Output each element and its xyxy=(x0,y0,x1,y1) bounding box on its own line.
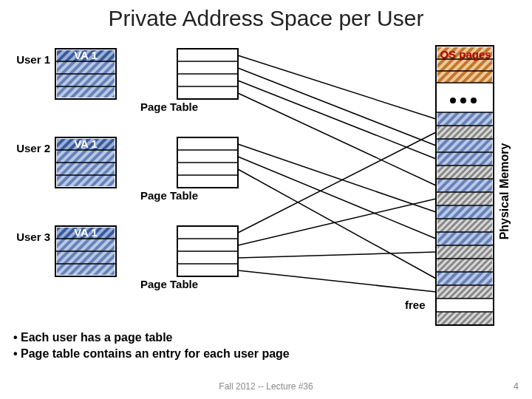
user-label-2: User 2 xyxy=(6,142,50,154)
svg-line-78 xyxy=(238,55,436,119)
page-table-label-1: Page Table xyxy=(140,100,198,113)
svg-line-85 xyxy=(238,132,436,233)
user-label-3: User 3 xyxy=(6,231,50,243)
svg-rect-22 xyxy=(437,166,492,179)
svg-rect-67 xyxy=(177,137,238,188)
va-label-3: VA 1 xyxy=(56,226,115,239)
page-table-label-3: Page Table xyxy=(140,278,198,290)
physical-memory-label: Physical Memory xyxy=(498,143,511,240)
os-pages-label: OS pages xyxy=(439,49,492,61)
page-number: 4 xyxy=(514,381,519,392)
va-label-1: VA 1 xyxy=(56,49,115,61)
slide-title: Private Address Space per User xyxy=(0,6,532,31)
svg-rect-29 xyxy=(437,259,492,272)
svg-line-84 xyxy=(238,169,436,279)
svg-rect-24 xyxy=(437,192,492,205)
svg-rect-18 xyxy=(437,112,492,126)
svg-rect-26 xyxy=(437,219,492,232)
svg-rect-27 xyxy=(437,232,492,245)
ellipsis-dots xyxy=(448,93,479,106)
svg-line-81 xyxy=(238,93,436,185)
va-label-2: VA 1 xyxy=(56,137,115,150)
svg-rect-34 xyxy=(436,46,494,325)
svg-rect-32 xyxy=(437,299,492,312)
bullet-1: • Each user has a page table xyxy=(13,330,290,346)
svg-rect-31 xyxy=(437,285,492,299)
svg-rect-28 xyxy=(437,245,492,259)
svg-rect-33 xyxy=(437,312,492,325)
svg-rect-11 xyxy=(57,151,115,186)
svg-line-88 xyxy=(238,270,436,292)
bullet-list: • Each user has a page table • Page tabl… xyxy=(13,330,290,361)
svg-line-79 xyxy=(238,68,436,146)
svg-line-82 xyxy=(238,144,436,212)
svg-rect-66 xyxy=(177,49,238,99)
svg-rect-9 xyxy=(57,62,115,98)
svg-rect-68 xyxy=(177,226,238,276)
svg-rect-16 xyxy=(437,71,492,83)
svg-line-87 xyxy=(238,252,436,258)
bullet-2: • Page table contains an entry for each … xyxy=(13,346,290,362)
svg-rect-13 xyxy=(57,239,115,275)
page-table-label-2: Page Table xyxy=(140,189,198,202)
svg-rect-19 xyxy=(437,126,492,139)
svg-line-83 xyxy=(238,157,436,239)
svg-rect-25 xyxy=(437,205,492,219)
free-label: free xyxy=(405,299,426,311)
footer-text: Fall 2012 -- Lecture #36 xyxy=(0,381,532,392)
svg-line-86 xyxy=(238,199,436,245)
svg-rect-30 xyxy=(437,272,492,285)
svg-rect-23 xyxy=(437,179,492,192)
svg-line-80 xyxy=(238,81,436,159)
svg-rect-21 xyxy=(437,152,492,166)
svg-rect-20 xyxy=(437,139,492,152)
user-label-1: User 1 xyxy=(6,53,50,66)
